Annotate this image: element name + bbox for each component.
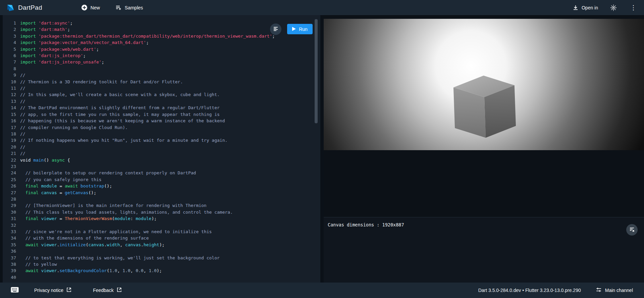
code-line-text: import 'dart:js_interop_unsafe'; [20,59,104,65]
code-line[interactable]: 28 [3,196,316,202]
code-line[interactable]: 10// Thermion is a 3D rendering toolkit … [3,79,316,85]
code-line[interactable]: 36 [3,248,316,254]
code-line[interactable]: 23 [3,163,316,170]
code-line-text [20,163,23,170]
channel-label: Main channel [605,288,633,293]
line-number: 36 [3,248,16,254]
code-line[interactable]: 32 [3,222,316,228]
line-number: 29 [3,202,16,209]
code-line[interactable]: 8 [3,66,316,72]
code-line[interactable]: 15// app, so the first time you run this… [3,111,316,118]
privacy-notice-label: Privacy notice [34,288,63,293]
line-number: 27 [3,189,16,196]
format-button[interactable] [270,24,281,35]
feedback-link[interactable]: Feedback [93,287,121,293]
line-number: 11 [3,85,16,91]
line-number: 32 [3,222,16,228]
code-editor[interactable]: 1import 'dart:async';2import 'dart:math'… [3,15,320,283]
code-line-text: import 'package:thermion_dart/thermion_d… [20,33,275,39]
code-line[interactable]: 17// compiler running on Google Cloud Ru… [3,124,316,131]
open-in-label: Open in [582,5,598,10]
code-line[interactable]: 3import 'package:thermion_dart/thermion_… [3,33,316,39]
code-line[interactable]: 1import 'dart:async'; [3,20,316,26]
code-line[interactable]: 40 [3,274,316,281]
code-line[interactable]: 21// [3,150,316,157]
new-button[interactable]: New [81,4,100,11]
top-app-bar: DartPad New [0,0,644,15]
line-number: 25 [3,176,16,183]
brightness-icon [610,4,617,11]
render-canvas[interactable] [324,19,644,150]
code-line[interactable]: 22void main() async { [3,157,316,163]
line-number: 19 [3,137,16,143]
code-line[interactable]: 11// [3,85,316,91]
tune-icon [596,287,602,294]
status-bar: Privacy notice Feedback Dart 3.5.0-28 [0,283,644,298]
code-line-text: // [20,72,25,78]
code-line[interactable]: 14// The DartPad environment is slightly… [3,104,316,111]
clear-console-icon [629,226,635,233]
console-panel: Canvas dimensions : 644x298 [324,217,644,283]
line-number: 24 [3,170,16,176]
code-line[interactable]: 29 // [ThermionViewer] is the main inter… [3,202,316,209]
overflow-menu-button[interactable]: ⋮ [629,4,638,11]
channel-selector[interactable]: Main channel [596,287,633,294]
add-circle-icon [81,4,88,11]
code-line[interactable]: 4import 'package:vector_math/vector_math… [3,39,316,46]
code-line[interactable]: 20// [3,144,316,150]
line-number: 10 [3,79,16,85]
line-number: 34 [3,235,16,241]
play-icon [292,27,296,32]
code-line[interactable]: 26 final module = await bootstrap(); [3,183,316,189]
app-title: DartPad [18,4,42,11]
line-number: 2 [3,26,16,33]
code-line[interactable]: 18// [3,131,316,137]
code-line[interactable]: 31 final viewer = ThermionViewerWasm(mod… [3,215,316,222]
keyboard-shortcuts-button[interactable] [11,287,19,294]
code-lines[interactable]: 1import 'dart:async';2import 'dart:math'… [3,20,316,281]
code-line[interactable]: 6import 'dart:js_interop'; [3,52,316,59]
privacy-notice-link[interactable]: Privacy notice [34,287,71,293]
code-line[interactable]: 25 // you can safely ignore this [3,176,316,183]
dartpad-app: DartPad New [0,0,644,298]
code-line[interactable]: 24 // boilerplate to setup our rendering… [3,170,316,176]
code-line[interactable]: 9// [3,72,316,78]
theme-toggle-button[interactable] [610,4,617,11]
code-line[interactable]: 35 await viewer.initialize(canvas.width,… [3,242,316,248]
console-output: Canvas dimensions : 644x298 [328,222,404,227]
code-line-text: // happening (this is because we aren't … [20,118,225,124]
code-line-text: // [20,85,25,91]
brand: DartPad [6,3,42,12]
code-line[interactable]: 37 // to test that everything is working… [3,255,316,261]
run-button[interactable]: Run [287,24,313,34]
code-line-text: // If nothing happens when you hit "Run"… [20,137,227,143]
code-line-text [20,248,23,254]
open-in-button[interactable]: Open in [573,5,598,11]
code-line[interactable]: 13// [3,98,316,104]
code-line-text: import 'package:vector_math/vector_math_… [20,39,149,46]
code-line[interactable]: 7import 'dart:js_interop_unsafe'; [3,59,316,65]
line-number: 35 [3,242,16,248]
code-line-text: // This class lets you load assets, ligh… [20,209,233,215]
code-line[interactable]: 33 // since we're not in a Flutter appli… [3,228,316,235]
code-line-text: // you can safely ignore this [20,176,102,183]
code-line[interactable]: 2import 'dart:math'; [3,26,316,33]
code-line[interactable]: 39 await viewer.setBackgroundColor(1.0, … [3,267,316,274]
code-line-text: // The DartPad environment is slightly d… [20,104,220,111]
open-in-new-icon [66,287,71,293]
code-line[interactable]: 12// In this sample, we'll create a basi… [3,91,316,98]
code-line[interactable]: 34 // with the dimensions of the renderi… [3,235,316,241]
editor-scrollbar-thumb[interactable] [315,19,318,123]
code-line[interactable]: 16// happening (this is because we aren'… [3,118,316,124]
rendered-cube [451,74,518,141]
code-line[interactable]: 27 final canvas = getCanvas(); [3,189,316,196]
code-line-text: await viewer.initialize(canvas.width, ca… [20,242,165,248]
clear-console-button[interactable] [626,224,638,236]
code-line-text: // with the dimensions of the rendering … [20,235,149,241]
samples-button[interactable]: Samples [115,4,143,11]
code-line[interactable]: 38 // to yellow [3,261,316,267]
line-number: 33 [3,228,16,235]
code-line[interactable]: 19// If nothing happens when you hit "Ru… [3,137,316,143]
code-line[interactable]: 5import 'package:web/web.dart'; [3,46,316,52]
code-line[interactable]: 30 // This class lets you load assets, l… [3,209,316,215]
